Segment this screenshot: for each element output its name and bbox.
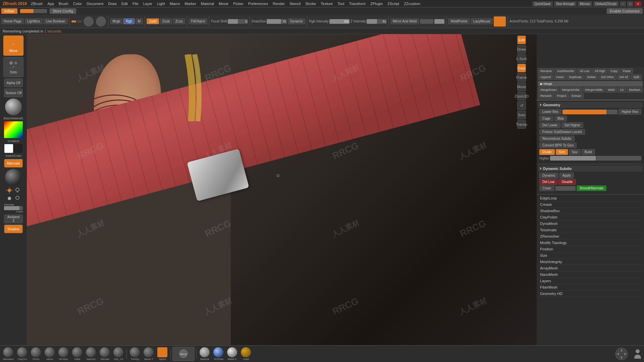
menu-item-draw[interactable]: Draw <box>106 1 119 6</box>
sun-icon[interactable] <box>6 187 13 194</box>
blas-button[interactable]: Blas <box>554 116 567 121</box>
bulb-icon-2[interactable] <box>14 195 21 202</box>
rgb-intensity-slider[interactable]: 100 <box>329 19 350 24</box>
rename-button[interactable]: Rename <box>538 68 554 74</box>
damstr-tool[interactable]: DamStr <box>85 347 97 361</box>
dots-tool-btn[interactable]: Dots <box>3 57 23 77</box>
move-tool-bottom[interactable]: Move <box>43 347 56 361</box>
dynamic-subdiv-header[interactable]: Dynamic Subdiv <box>538 166 643 172</box>
boolean-button[interactable]: Boolean <box>627 87 643 93</box>
frame-icon-btn[interactable]: Frame <box>517 73 526 82</box>
rgb-button[interactable]: Rgb <box>123 18 134 24</box>
default-zscript-button[interactable]: DefaultZScript <box>593 1 619 6</box>
uv-button[interactable]: Uv <box>618 87 626 93</box>
draw-mode-icon[interactable] <box>84 16 94 26</box>
menu-item-layer[interactable]: Layer <box>141 1 155 6</box>
del-lower-button[interactable]: Del Lower <box>539 122 560 128</box>
orb-cri-tool[interactable]: Orb_Cri <box>112 347 125 361</box>
lazy-icon[interactable] <box>494 16 506 26</box>
lightbox-button[interactable]: LightBox <box>25 18 43 24</box>
z-intensity-slider[interactable]: 51 <box>367 19 387 24</box>
menu-item-stroke[interactable]: Stroke <box>303 1 318 6</box>
tool-modify-topology[interactable]: Modify Topology <box>538 240 643 246</box>
cover-slider[interactable] <box>555 186 576 191</box>
alternate-button[interactable]: Alternate <box>4 159 23 168</box>
toyflas-mat[interactable]: ToYFlas <box>212 347 225 361</box>
menu-item-file[interactable]: File <box>130 1 141 6</box>
zoom3d-icon-btn[interactable]: Zoom3D <box>517 92 526 101</box>
edit-button[interactable] <box>71 20 76 22</box>
draw-mode2-icon[interactable] <box>96 16 106 26</box>
higher-slider[interactable] <box>550 156 641 161</box>
trimdy-tool[interactable]: TrimDy <box>128 347 141 361</box>
tool-crease[interactable]: Crease <box>538 201 643 208</box>
tool-mesh-integrity[interactable]: MeshIntegrity <box>538 259 643 265</box>
alpha-off-btn[interactable]: Alpha Off <box>4 78 23 87</box>
menu-item-marker[interactable]: Marker <box>183 1 198 6</box>
mirror-slider[interactable] <box>420 19 433 24</box>
see-through-button[interactable]: See-through <box>554 1 577 6</box>
pinch-tool[interactable]: Pinch <box>30 347 42 361</box>
split-button[interactable]: Split <box>631 74 642 80</box>
menu-item-tool[interactable]: Tool <box>335 1 346 6</box>
zadd-button[interactable]: Zadd <box>147 18 159 24</box>
menu-item-transform[interactable]: Transform <box>347 1 368 6</box>
build-button[interactable]: Build <box>582 149 595 155</box>
del-higher-button[interactable]: Del Higher <box>561 122 583 128</box>
mirror-center-button[interactable]: Mirror <box>172 347 195 361</box>
lsym-icon-btn[interactable]: L.Sym <box>517 54 526 63</box>
home-page-button[interactable]: Home Page <box>1 18 24 24</box>
swatch-white[interactable] <box>4 144 13 153</box>
gxyz-icon-btn[interactable]: Gxyz <box>517 64 526 72</box>
menu-item-texture[interactable]: Texture <box>319 1 335 6</box>
bulb-icon[interactable] <box>14 187 21 194</box>
inflate-slider[interactable] <box>20 9 47 13</box>
menu-item-preferences[interactable]: Preferences <box>246 1 270 6</box>
intensity-slider[interactable] <box>4 206 23 210</box>
dynamic-button-2[interactable]: Dynamic <box>539 173 558 178</box>
cage-button[interactable]: Cage <box>539 116 553 121</box>
menu-item-render[interactable]: Render <box>271 1 287 6</box>
draw-icon-btn[interactable]: Draw <box>517 45 526 54</box>
tool-tessimate[interactable]: Tessimate <box>538 227 643 233</box>
nav-center-button[interactable] <box>611 347 632 361</box>
auto-reorder-button[interactable]: AutoReorder <box>555 68 577 74</box>
copy-button[interactable]: Copy <box>608 68 620 74</box>
menu-item-document[interactable]: Document <box>85 1 105 6</box>
m-button[interactable]: M <box>136 18 143 24</box>
texture-off-btn[interactable]: Texture Off <box>4 88 23 97</box>
del-other-button[interactable]: Del Other <box>599 74 616 80</box>
geometry-header[interactable]: Geometry <box>538 102 643 108</box>
tool-claypolish[interactable]: ClayPolish <box>538 214 643 221</box>
tool-layers[interactable]: Layers <box>538 278 643 284</box>
all-high-button[interactable]: All High <box>592 68 607 74</box>
geo-level-slider[interactable] <box>562 110 618 114</box>
remesh-button[interactable]: Remesh <box>538 93 554 99</box>
claytul-tool[interactable]: ClayTul <box>16 347 29 361</box>
tool-position[interactable]: Position <box>538 246 643 252</box>
metal-mat[interactable]: Metal C <box>226 347 238 361</box>
standard-tool[interactable]: Standard <box>1 347 15 361</box>
move-icon-btn[interactable]: Move <box>517 82 526 91</box>
rotate-icon-btn[interactable]: ↺ <box>517 101 526 110</box>
divide-button[interactable]: Divide <box>539 149 555 155</box>
color-picker[interactable] <box>4 121 23 138</box>
tool-size[interactable]: Size <box>538 252 643 259</box>
person-icon-btn[interactable] <box>633 347 643 361</box>
tool-nano-mesh[interactable]: NanoMesh <box>538 272 643 278</box>
store-config-button[interactable]: Store Config <box>50 8 76 14</box>
menu-item-movie[interactable]: Movie <box>217 1 230 6</box>
paste-button[interactable]: Paste <box>621 68 633 74</box>
menu-item-zplugin[interactable]: ZPlugin <box>368 1 385 6</box>
mirror-and-weld-button[interactable]: Mirror And Weld <box>390 18 419 24</box>
minimize-button[interactable]: − <box>620 1 626 6</box>
material-ball-2[interactable] <box>5 169 22 186</box>
menu-item-light[interactable]: Light <box>155 1 167 6</box>
suv-button[interactable]: Suv <box>569 149 581 155</box>
zmodel-tool[interactable]: ZModel <box>98 347 111 361</box>
tool-shadowbox[interactable]: ShadowBox <box>538 208 643 214</box>
transp-icon-btn[interactable]: Transp <box>517 120 526 129</box>
menu-item-macro[interactable]: Macro <box>168 1 182 6</box>
weld-button[interactable]: Weld <box>605 87 617 93</box>
move-tool-btn[interactable]: + Move <box>3 36 23 56</box>
